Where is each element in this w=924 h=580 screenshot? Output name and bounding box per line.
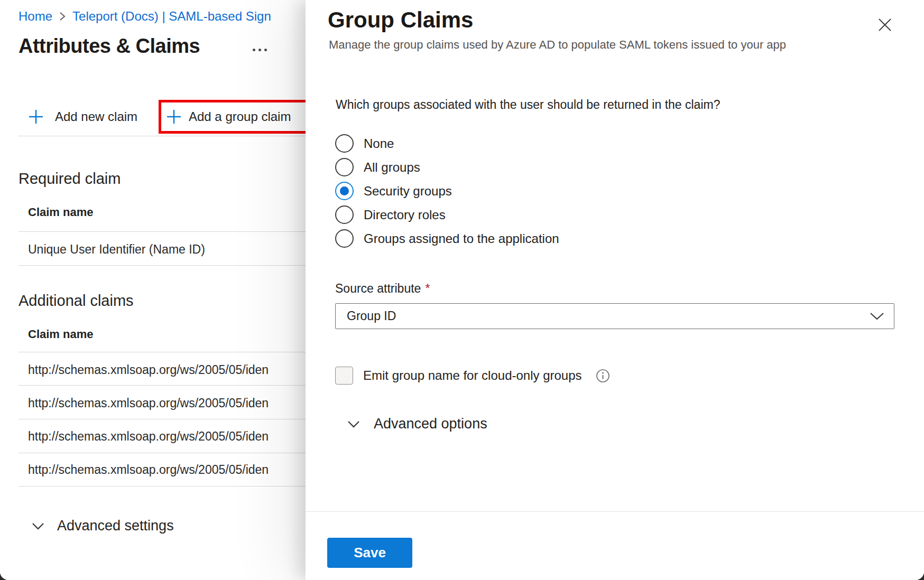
radio-circle-icon xyxy=(335,205,354,224)
divider xyxy=(19,486,306,487)
panel-footer-divider xyxy=(306,511,924,512)
radio-circle-icon xyxy=(335,229,354,248)
emit-group-name-row: Emit group name for cloud-only groups xyxy=(335,367,610,385)
page-title: Attributes & Claims xyxy=(19,35,200,58)
breadcrumb-app-link[interactable]: Teleport (Docs) | SAML-based Sign xyxy=(72,9,271,24)
emit-group-name-label[interactable]: Emit group name for cloud-only groups xyxy=(363,368,582,383)
additional-claim-row[interactable]: http://schemas.xmlsoap.org/ws/2005/05/id… xyxy=(28,463,306,477)
chevron-down-icon xyxy=(347,420,360,428)
group-claims-panel: Group Claims Manage the group claims use… xyxy=(306,0,924,580)
required-claim-heading: Required claim xyxy=(19,170,121,188)
panel-subtitle: Manage the group claims used by Azure AD… xyxy=(329,38,786,52)
group-type-radio-group: None All groups Security groups Director… xyxy=(335,134,559,253)
radio-option-groups-assigned[interactable]: Groups assigned to the application xyxy=(335,229,559,248)
divider xyxy=(19,352,306,352)
advanced-settings-label: Advanced settings xyxy=(57,518,174,534)
divider xyxy=(19,265,306,266)
advanced-options-label: Advanced options xyxy=(374,416,487,432)
chevron-down-icon xyxy=(870,312,884,321)
breadcrumb-home-link[interactable]: Home xyxy=(19,9,52,24)
attributes-claims-page: Home Teleport (Docs) | SAML-based Sign A… xyxy=(0,0,306,580)
divider xyxy=(19,453,306,453)
ellipsis-icon xyxy=(253,49,255,51)
save-button[interactable]: Save xyxy=(327,538,412,568)
radio-circle-icon xyxy=(335,134,354,153)
plus-icon xyxy=(166,109,182,125)
divider xyxy=(19,385,306,386)
radio-option-all-groups[interactable]: All groups xyxy=(335,158,559,176)
add-group-claim-button[interactable]: Add a group claim xyxy=(166,109,291,125)
close-button[interactable] xyxy=(877,17,893,33)
chevron-down-icon xyxy=(32,522,44,530)
radio-circle-icon xyxy=(335,158,354,176)
add-new-claim-button[interactable]: Add new claim xyxy=(28,109,137,125)
divider xyxy=(19,231,306,232)
additional-claims-heading: Additional claims xyxy=(19,292,134,310)
radio-circle-icon xyxy=(335,182,354,200)
required-asterisk: * xyxy=(425,282,430,295)
add-group-claim-label: Add a group claim xyxy=(189,109,291,124)
source-attribute-label: Source attribute* xyxy=(335,282,430,296)
radio-option-security-groups[interactable]: Security groups xyxy=(335,182,559,200)
azure-portal-screen: Home Teleport (Docs) | SAML-based Sign A… xyxy=(0,0,924,580)
dropdown-selected-value: Group ID xyxy=(347,309,396,323)
additional-claim-row[interactable]: http://schemas.xmlsoap.org/ws/2005/05/id… xyxy=(28,429,306,444)
divider xyxy=(19,136,306,136)
groups-question-label: Which groups associated with the user sh… xyxy=(336,98,720,112)
advanced-settings-toggle[interactable]: Advanced settings xyxy=(32,518,174,534)
required-claim-row[interactable]: Unique User Identifier (Name ID) xyxy=(28,242,306,257)
plus-icon xyxy=(28,109,44,125)
radio-option-directory-roles[interactable]: Directory roles xyxy=(335,205,559,224)
additional-claims-column-header: Claim name xyxy=(28,328,94,341)
add-new-claim-label: Add new claim xyxy=(55,109,137,124)
additional-claim-row[interactable]: http://schemas.xmlsoap.org/ws/2005/05/id… xyxy=(28,396,306,410)
additional-claim-row[interactable]: http://schemas.xmlsoap.org/ws/2005/05/id… xyxy=(28,363,306,377)
info-icon[interactable] xyxy=(596,369,610,383)
advanced-options-toggle[interactable]: Advanced options xyxy=(347,416,487,432)
radio-option-none[interactable]: None xyxy=(335,134,559,153)
divider xyxy=(19,419,306,419)
panel-title: Group Claims xyxy=(328,7,473,33)
close-icon xyxy=(877,17,893,33)
more-menu-button[interactable] xyxy=(253,49,267,51)
breadcrumb: Home Teleport (Docs) | SAML-based Sign xyxy=(19,9,271,24)
source-attribute-dropdown[interactable]: Group ID xyxy=(335,303,894,329)
required-claim-column-header: Claim name xyxy=(28,205,94,219)
chevron-right-icon xyxy=(59,11,66,22)
emit-group-name-checkbox[interactable] xyxy=(335,367,353,385)
